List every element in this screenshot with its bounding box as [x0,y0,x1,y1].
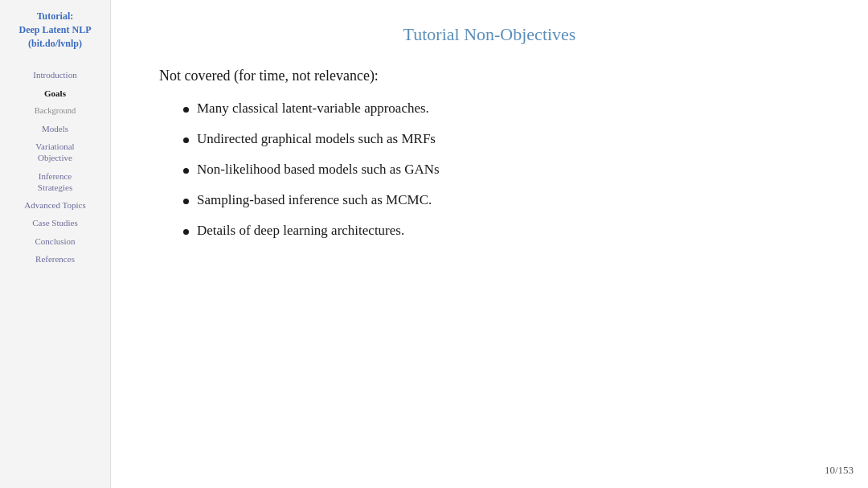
bullet-dot [183,168,189,174]
sidebar-item-goals[interactable]: Goals [0,84,110,102]
bullet-text: Sampling-based inference such as MCMC. [197,192,432,208]
bullet-text: Details of deep learning architectures. [197,223,404,239]
sidebar-navigation: Introduction Goals Background Models Var… [0,66,110,268]
slide-content: Tutorial Non-Objectives Not covered (for… [111,0,868,488]
sidebar-item-models[interactable]: Models [0,120,110,137]
bullet-dot [183,229,189,235]
sidebar-item-introduction[interactable]: Introduction [0,66,110,84]
sidebar-item-conclusion[interactable]: Conclusion [0,232,110,250]
sidebar-item-variational-objective[interactable]: VariationalObjective [0,137,110,167]
bullet-dot [183,137,189,143]
bullet-text: Undirected graphical models such as MRFs [197,131,436,147]
sidebar: Tutorial: Deep Latent NLP (bit.do/lvnlp)… [0,0,111,488]
list-item: Many classical latent-variable approache… [183,100,820,117]
slide-subtitle: Not covered (for time, not relevance): [159,68,820,84]
list-item: Details of deep learning architectures. [183,223,820,239]
page-number: 10/153 [825,464,854,477]
sidebar-item-references[interactable]: References [0,250,110,268]
list-item: Sampling-based inference such as MCMC. [183,192,820,208]
list-item: Undirected graphical models such as MRFs [183,131,820,147]
slide-title: Tutorial Non-Objectives [159,24,820,45]
sidebar-item-background[interactable]: Background [0,102,110,120]
sidebar-item-case-studies[interactable]: Case Studies [0,214,110,232]
bullet-list: Many classical latent-variable approache… [183,100,820,253]
sidebar-title: Tutorial: Deep Latent NLP (bit.do/lvnlp) [13,10,98,50]
sidebar-item-advanced-topics[interactable]: Advanced Topics [0,196,110,214]
list-item: Non-likelihood based models such as GANs [183,162,820,178]
bullet-text: Non-likelihood based models such as GANs [197,162,440,178]
sidebar-item-inference-strategies[interactable]: InferenceStrategies [0,167,110,197]
bullet-text: Many classical latent-variable approache… [197,100,429,117]
bullet-dot [183,199,189,204]
bullet-dot [183,107,189,113]
